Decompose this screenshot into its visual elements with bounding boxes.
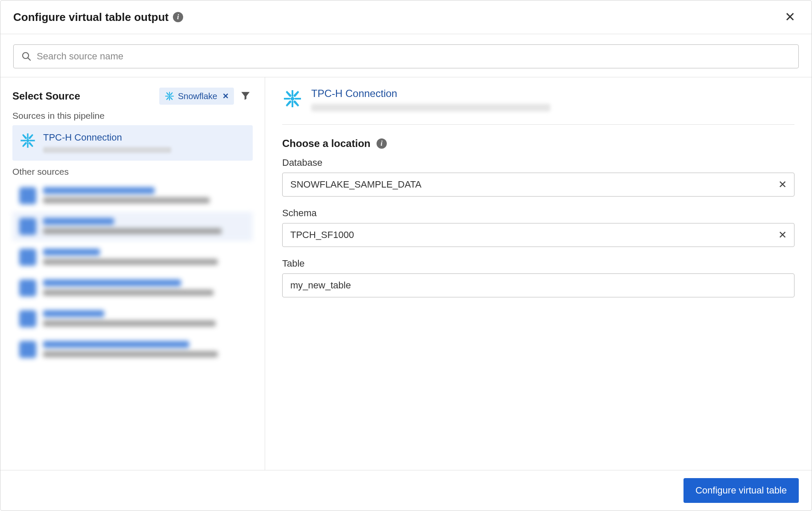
filter-button[interactable] (238, 88, 253, 104)
info-icon[interactable]: i (377, 138, 387, 149)
choose-location-header: Choose a location i (282, 138, 794, 150)
table-input[interactable] (282, 273, 794, 297)
other-source-item[interactable] (12, 304, 253, 333)
dialog-title-wrap: Configure virtual table output i (13, 11, 183, 24)
source-item-tpch[interactable]: TPC-H Connection (12, 125, 253, 161)
source-icon (19, 249, 36, 266)
other-source-item[interactable] (12, 212, 253, 241)
connection-sub (311, 104, 550, 112)
connection-header: TPC-H Connection (282, 88, 794, 125)
filter-chip-remove-icon[interactable]: ✕ (222, 91, 229, 101)
source-icon (19, 310, 36, 327)
section-label-other: Other sources (12, 167, 253, 177)
snowflake-icon (164, 91, 175, 101)
source-item-name: TPC-H Connection (43, 131, 171, 144)
field-group-schema: Schema ✕ (282, 208, 794, 247)
source-icon (19, 187, 36, 204)
filter-group: Snowflake ✕ (159, 88, 253, 105)
info-icon[interactable]: i (173, 12, 183, 22)
configure-virtual-table-dialog: Configure virtual table output i ✕ Selec… (0, 0, 812, 511)
connection-name: TPC-H Connection (311, 88, 550, 100)
clear-schema-button[interactable]: ✕ (775, 227, 790, 243)
right-panel: TPC-H Connection Choose a location i Dat… (265, 77, 812, 470)
dialog-header: Configure virtual table output i ✕ (0, 0, 812, 34)
main-split: Select Source Snowflake ✕ Sources in thi… (0, 77, 812, 470)
funnel-icon (240, 90, 251, 101)
configure-virtual-table-button[interactable]: Configure virtual table (683, 478, 799, 503)
search-input[interactable] (37, 51, 791, 62)
search-box[interactable] (13, 44, 799, 68)
other-source-item[interactable] (12, 273, 253, 302)
source-icon (19, 279, 36, 297)
snowflake-icon (19, 132, 36, 149)
schema-input[interactable] (282, 223, 794, 247)
source-icon (19, 218, 36, 235)
search-row (0, 34, 812, 77)
database-input[interactable] (282, 173, 794, 197)
other-source-item[interactable] (12, 181, 253, 210)
other-source-item[interactable] (12, 335, 253, 364)
clear-database-button[interactable]: ✕ (775, 177, 790, 192)
field-label-table: Table (282, 258, 794, 269)
close-button[interactable]: ✕ (781, 9, 799, 25)
field-group-table: Table (282, 258, 794, 297)
field-label-database: Database (282, 157, 794, 168)
field-group-database: Database ✕ (282, 157, 794, 197)
search-icon (21, 51, 32, 62)
filter-chip-label: Snowflake (178, 91, 217, 101)
select-source-header: Select Source Snowflake ✕ (12, 88, 253, 105)
dialog-footer: Configure virtual table (0, 470, 812, 511)
select-source-title: Select Source (12, 90, 80, 102)
left-panel: Select Source Snowflake ✕ Sources in thi… (0, 77, 265, 470)
section-title: Choose a location (282, 138, 371, 150)
field-label-schema: Schema (282, 208, 794, 219)
filter-chip-snowflake[interactable]: Snowflake ✕ (159, 88, 234, 105)
source-item-sub (43, 147, 171, 155)
source-icon (19, 341, 36, 358)
snowflake-icon (282, 88, 303, 109)
other-source-item[interactable] (12, 243, 253, 272)
source-item-text: TPC-H Connection (43, 131, 171, 155)
connection-header-text: TPC-H Connection (311, 88, 550, 112)
dialog-title: Configure virtual table output (13, 11, 169, 24)
section-label-pipeline: Sources in this pipeline (12, 111, 253, 121)
